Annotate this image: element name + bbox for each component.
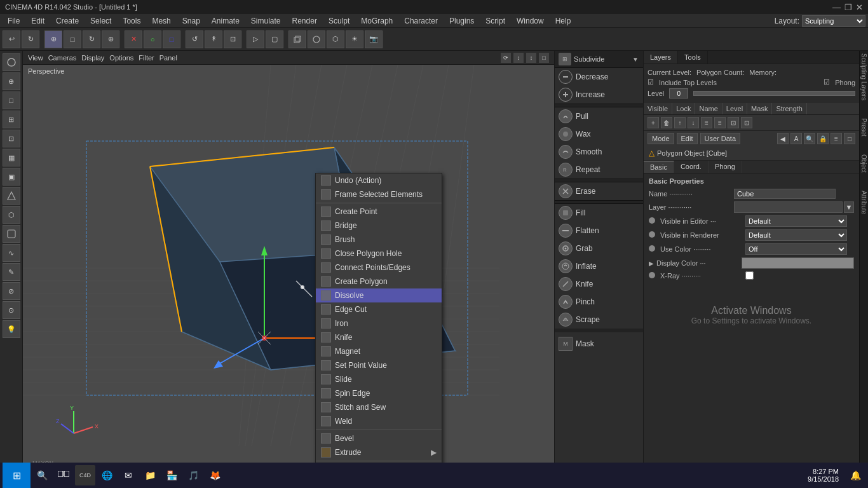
layer-picker-btn[interactable]: ▼ xyxy=(844,201,854,213)
menu-help[interactable]: Help xyxy=(550,15,576,27)
obj-mode[interactable]: ↺ xyxy=(186,30,203,48)
ctx-close-polygon-hole[interactable]: Close Polygon Hole xyxy=(316,247,442,261)
attr-btn-7[interactable]: ⊡ xyxy=(728,117,739,128)
xray-checkbox[interactable] xyxy=(745,271,754,280)
panel-menu[interactable]: Panel xyxy=(159,54,177,62)
mode-zoom-in[interactable]: 🔍 xyxy=(804,133,815,144)
nav-btn-4[interactable]: □ xyxy=(539,53,549,63)
left-tool-8[interactable] xyxy=(3,187,20,205)
left-tool-10[interactable] xyxy=(3,225,20,243)
sculpt-scrape[interactable]: Scrape xyxy=(555,311,643,329)
play-btn[interactable]: ▷ xyxy=(247,30,264,48)
use-color-select[interactable]: Off On xyxy=(745,243,847,255)
taskbar-task-view[interactable] xyxy=(53,465,74,485)
sculpt-pinch[interactable]: Pinch xyxy=(555,293,643,311)
attr-btn-5[interactable]: ≡ xyxy=(701,117,712,128)
sculpt-pull[interactable]: Pull xyxy=(555,107,643,125)
camera-icon[interactable]: 📷 xyxy=(365,30,383,48)
close-button[interactable]: ✕ xyxy=(856,3,863,12)
menu-file[interactable]: File xyxy=(3,15,25,27)
sphere-icon[interactable] xyxy=(308,30,325,48)
mode-nav-1[interactable]: ◀ xyxy=(777,133,789,144)
user-data-button[interactable]: User Data xyxy=(700,133,741,144)
left-tool-9[interactable]: ⬡ xyxy=(3,206,20,224)
taskbar-firefox[interactable]: 🦊 xyxy=(205,465,225,485)
attr-btn-6[interactable]: ≡ xyxy=(714,117,726,128)
sculpt-knife[interactable]: Knife xyxy=(555,275,643,293)
left-tool-14[interactable]: ⊙ xyxy=(3,301,20,319)
display-color-swatch[interactable] xyxy=(742,257,854,269)
left-tool-2[interactable]: ⊕ xyxy=(3,72,20,90)
menu-snap[interactable]: Snap xyxy=(177,15,205,27)
scale-tool[interactable]: □ xyxy=(64,30,81,48)
sculpt-flatten[interactable]: Flatten xyxy=(555,222,643,240)
left-tool-3[interactable]: □ xyxy=(3,92,20,109)
ctx-slide[interactable]: Slide xyxy=(316,372,442,386)
light-icon[interactable]: ☀ xyxy=(346,30,363,48)
sculpt-wax[interactable]: Wax xyxy=(555,125,643,143)
name-input[interactable] xyxy=(734,189,836,199)
poly-mode[interactable]: ↟ xyxy=(205,30,222,48)
left-tool-11[interactable]: ∿ xyxy=(3,244,20,262)
rotate-tool[interactable]: ↻ xyxy=(83,30,100,48)
undo-button[interactable]: ↩ xyxy=(3,30,20,48)
taskbar-explorer[interactable]: 📁 xyxy=(140,465,160,485)
left-tool-15[interactable]: 💡 xyxy=(3,320,20,338)
menu-sculpt[interactable]: Sculpt xyxy=(323,15,355,27)
tab-basic[interactable]: Basic xyxy=(644,161,674,173)
left-tool-1[interactable] xyxy=(3,53,20,71)
menu-render[interactable]: Render xyxy=(287,15,322,27)
level-slider[interactable] xyxy=(693,91,855,96)
ctx-create-polygon[interactable]: Create Polygon xyxy=(316,274,442,288)
cube-icon[interactable] xyxy=(288,30,306,48)
sculpt-fill[interactable]: Fill xyxy=(555,204,643,222)
nav-btn-1[interactable]: ⟳ xyxy=(501,53,511,63)
attr-btn-8[interactable]: ⊡ xyxy=(741,117,752,128)
ctx-brush[interactable]: Brush xyxy=(316,233,442,247)
ctx-knife[interactable]: Knife xyxy=(316,330,442,344)
taskbar-groove[interactable]: 🎵 xyxy=(183,465,203,485)
ctx-set-point[interactable]: Set Point Value xyxy=(316,358,442,372)
left-tool-12[interactable]: ✎ xyxy=(3,263,20,281)
sculpt-smooth[interactable]: Smooth xyxy=(555,143,643,161)
left-tool-4[interactable]: ⊞ xyxy=(3,111,20,128)
visible-editor-select[interactable]: Default On Off xyxy=(745,215,847,227)
mode-nav-2[interactable]: A xyxy=(790,133,802,144)
ctx-bevel[interactable]: Bevel xyxy=(316,431,442,445)
visible-renderer-select[interactable]: Default On Off xyxy=(745,229,847,241)
phong-checkbox[interactable]: ☑ xyxy=(824,78,830,86)
sculpt-grab[interactable]: Grab xyxy=(555,240,643,257)
taskbar-store[interactable]: 🏪 xyxy=(161,465,182,485)
taskbar-mail[interactable]: ✉ xyxy=(118,465,139,485)
z-axis[interactable]: □ xyxy=(163,30,180,48)
menu-create[interactable]: Create xyxy=(51,15,84,27)
nav-btn-3[interactable]: ↕ xyxy=(526,53,536,63)
viewport[interactable]: Perspective xyxy=(23,65,554,474)
left-tool-6[interactable]: ▦ xyxy=(3,149,20,166)
left-tool-5[interactable]: ⊡ xyxy=(3,130,20,147)
ctx-extrude[interactable]: Extrude ▶ xyxy=(316,445,442,459)
ctx-weld[interactable]: Weld xyxy=(316,414,442,428)
ctx-dissolve[interactable]: Dissolve xyxy=(316,288,442,302)
display-menu[interactable]: Display xyxy=(81,54,104,62)
ctx-connect-points[interactable]: Connect Points/Edges xyxy=(316,261,442,274)
taskbar-ie[interactable]: 🌐 xyxy=(97,465,117,485)
ctx-edge-cut[interactable]: Edge Cut xyxy=(316,302,442,316)
left-tool-13[interactable]: ⊘ xyxy=(3,282,20,300)
taskbar-search[interactable]: 🔍 xyxy=(32,465,52,485)
taskbar-notifications[interactable]: 🔔 xyxy=(845,465,865,485)
ctx-stitch-sew[interactable]: Stitch and Sew xyxy=(316,400,442,414)
render-small[interactable]: ▢ xyxy=(266,30,283,48)
maximize-button[interactable]: ❐ xyxy=(844,3,852,12)
x-axis[interactable]: ✕ xyxy=(125,30,142,48)
menu-simulate[interactable]: Simulate xyxy=(246,15,286,27)
attr-btn-3[interactable]: ↑ xyxy=(674,117,686,128)
mode-nav-3[interactable]: 🔒 xyxy=(817,133,829,144)
menu-tools[interactable]: Tools xyxy=(118,15,146,27)
menu-mograph[interactable]: MoGraph xyxy=(356,15,398,27)
move-tool[interactable]: ⊕ xyxy=(44,30,62,48)
mode-nav-5[interactable]: □ xyxy=(844,133,855,144)
attr-btn-2[interactable]: 🗑 xyxy=(661,117,672,128)
start-button[interactable]: ⊞ xyxy=(3,463,31,488)
sculpt-increase[interactable]: Increase xyxy=(555,86,643,104)
